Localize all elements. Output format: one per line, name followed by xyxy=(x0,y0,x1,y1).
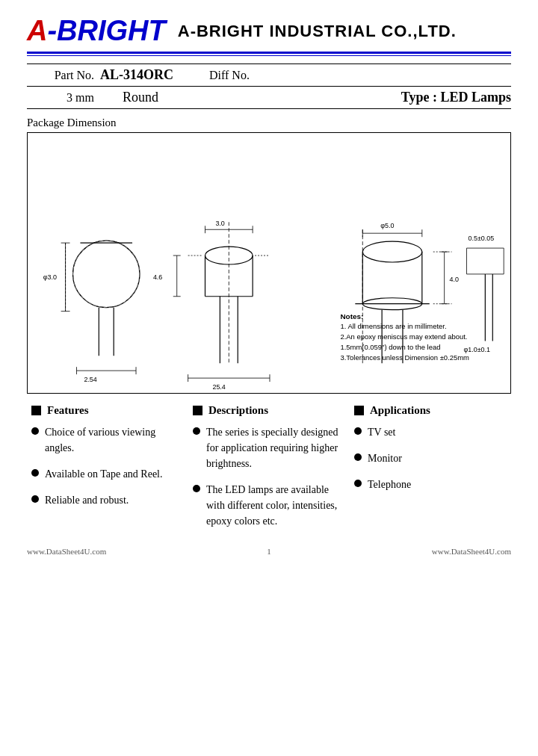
package-title: Package Dimension xyxy=(27,117,511,129)
description-text-1: The series is specially designed for app… xyxy=(206,424,345,471)
description-item-1: The series is specially designed for app… xyxy=(193,424,345,471)
svg-text:Notes:: Notes: xyxy=(340,312,363,320)
bullet-3 xyxy=(31,495,39,503)
svg-text:1.5mm(0.059") down to the lead: 1.5mm(0.059") down to the lead xyxy=(340,343,440,351)
package-diagram-box: φ3.0 2.54 25.4 4.6 3.0 xyxy=(27,132,511,394)
logo-a: A xyxy=(27,15,47,46)
company-name: A-BRIGHT INDUSTRIAL CO.,LTD. xyxy=(178,22,457,41)
application-item-1: TV set xyxy=(354,424,507,440)
features-label: Features xyxy=(47,404,89,417)
feature-item-3: Reliable and robust. xyxy=(31,492,184,508)
app-bullet-3 xyxy=(354,480,362,487)
feature-item-1: Choice of various viewing angles. xyxy=(31,424,184,456)
footer-page-number: 1 xyxy=(267,547,271,556)
svg-point-36 xyxy=(362,241,422,262)
svg-text:2.54: 2.54 xyxy=(84,376,96,383)
features-section: Features Choice of various viewing angle… xyxy=(27,404,511,539)
applications-icon xyxy=(354,406,364,415)
feature-text-3: Reliable and robust. xyxy=(45,492,129,508)
bullet-1 xyxy=(31,427,39,435)
desc-bullet-1 xyxy=(193,427,200,435)
applications-column: Applications TV set Monitor Telephone xyxy=(350,404,511,539)
features-title: Features xyxy=(31,404,184,417)
part-number: AL-314ORC xyxy=(100,67,173,83)
svg-text:4.0: 4.0 xyxy=(450,276,459,283)
application-text-2: Monitor xyxy=(368,450,402,466)
footer-website-left: www.DataSheet4U.com xyxy=(27,547,106,556)
applications-title: Applications xyxy=(354,404,507,417)
part-row-2: 3 mm Round Type : LED Lamps xyxy=(27,87,511,109)
svg-text:2.An epoxy meniscus may extend: 2.An epoxy meniscus may extend about. xyxy=(340,332,467,341)
application-item-3: Telephone xyxy=(354,477,507,492)
type-label: Type : LED Lamps xyxy=(401,90,511,105)
svg-text:3.Tolerances unless Dimension : 3.Tolerances unless Dimension ±0.25mm xyxy=(340,353,469,362)
svg-text:25.4: 25.4 xyxy=(212,383,225,391)
part-info: Part No. AL-314ORC Diff No. 3 mm Round T… xyxy=(27,63,511,109)
svg-text:4.6: 4.6 xyxy=(153,273,162,281)
description-text-2: The LED lamps are available with differe… xyxy=(206,482,345,529)
feature-text-1: Choice of various viewing angles. xyxy=(45,424,184,456)
header-line2 xyxy=(27,55,511,56)
svg-point-0 xyxy=(73,241,140,307)
logo-bright: -BRIGHT xyxy=(47,15,165,46)
application-item-2: Monitor xyxy=(354,450,507,466)
desc-bullet-2 xyxy=(193,485,200,492)
package-diagram-svg: φ3.0 2.54 25.4 4.6 3.0 xyxy=(28,133,510,393)
app-bullet-2 xyxy=(354,453,362,461)
svg-text:0.5±0.05: 0.5±0.05 xyxy=(468,235,494,242)
app-bullet-1 xyxy=(354,427,362,435)
description-item-2: The LED lamps are available with differe… xyxy=(193,482,345,529)
feature-item-2: Available on Tape and Reel. xyxy=(31,466,184,482)
part-label: Part No. xyxy=(27,69,94,82)
svg-text:3.0: 3.0 xyxy=(215,220,224,227)
application-text-1: TV set xyxy=(368,424,395,440)
applications-label: Applications xyxy=(370,404,430,417)
descriptions-column: Descriptions The series is specially des… xyxy=(188,404,350,539)
application-text-3: Telephone xyxy=(368,477,411,492)
footer-website-right: www.DataSheet4U.com xyxy=(432,547,511,556)
descriptions-title: Descriptions xyxy=(193,404,345,417)
diff-label: Diff No. xyxy=(209,69,250,82)
footer: www.DataSheet4U.com 1 www.DataSheet4U.co… xyxy=(27,547,511,556)
header: A-BRIGHT A-BRIGHT INDUSTRIAL CO.,LTD. xyxy=(27,15,511,52)
header-line1 xyxy=(27,52,511,54)
descriptions-label: Descriptions xyxy=(208,404,268,417)
features-icon xyxy=(31,406,41,415)
svg-text:φ3.0: φ3.0 xyxy=(43,273,57,281)
svg-text:1. All dimensions are in milli: 1. All dimensions are in millimeter. xyxy=(340,322,446,330)
svg-text:φ1.0±0.1: φ1.0±0.1 xyxy=(464,346,491,353)
feature-text-2: Available on Tape and Reel. xyxy=(45,466,163,482)
size-label: 3 mm xyxy=(27,91,94,105)
part-row-1: Part No. AL-314ORC Diff No. xyxy=(27,63,511,87)
bullet-2 xyxy=(31,469,39,477)
descriptions-icon xyxy=(193,406,202,415)
features-column: Features Choice of various viewing angle… xyxy=(27,404,188,539)
svg-text:φ5.0: φ5.0 xyxy=(380,222,394,229)
shape-label: Round xyxy=(123,90,158,105)
logo: A-BRIGHT xyxy=(27,15,166,47)
